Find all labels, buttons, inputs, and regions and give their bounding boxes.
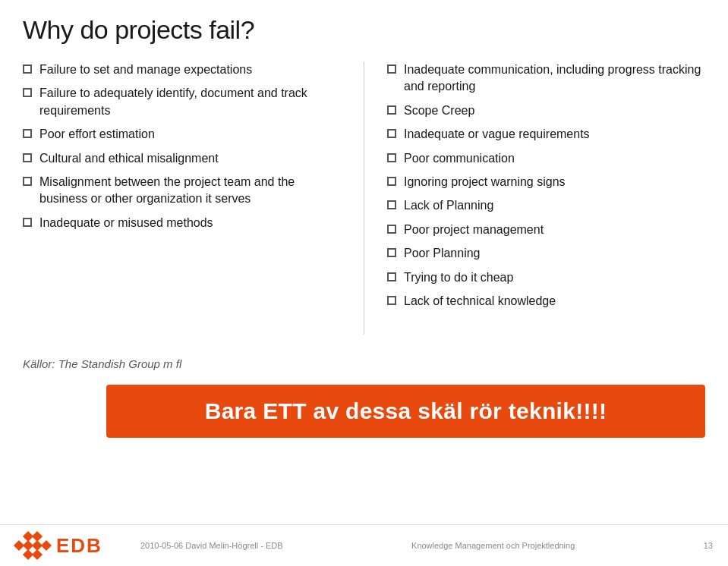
- bullet-text: Poor project management: [404, 222, 705, 238]
- footer-page-number: 13: [704, 541, 713, 550]
- bullet-text: Inadequate or misused methods: [39, 215, 341, 231]
- footer: EDB 2010-05-06 David Melin-Högrell - EDB…: [0, 524, 728, 566]
- edb-logo-text: EDB: [56, 534, 102, 558]
- bullet-text: Lack of Planning: [404, 197, 705, 214]
- banner-section: Bara ETT av dessa skäl rör teknik!!!!: [0, 385, 728, 438]
- bullet-text: Cultural and ethical misalignment: [39, 150, 341, 167]
- bullet-icon: [387, 153, 396, 162]
- list-item: Poor Planning: [387, 245, 705, 262]
- bullet-icon: [23, 177, 32, 186]
- bullet-icon: [23, 64, 32, 74]
- left-column: Failure to set and manage expectations F…: [23, 61, 341, 238]
- bullet-text: Failure to set and manage expectations: [39, 61, 341, 78]
- footer-subject: Knowledge Management och Projektledning: [283, 541, 704, 550]
- list-item: Failure to adequately identify, document…: [23, 85, 341, 119]
- orange-banner: Bara ETT av dessa skäl rör teknik!!!!: [106, 385, 705, 438]
- bullet-text: Poor effort estimation: [39, 126, 341, 143]
- footer-meta: 2010-05-06 David Melin-Högrell - EDB Kno…: [133, 541, 713, 550]
- bullet-text: Inadequate or vague requirements: [404, 126, 705, 143]
- list-item: Inadequate communication, including prog…: [387, 61, 705, 96]
- footer-logo: EDB: [15, 533, 102, 558]
- bullet-icon: [387, 129, 396, 138]
- bullet-text: Ignoring project warning signs: [404, 174, 705, 190]
- list-item: Failure to set and manage expectations: [23, 61, 341, 78]
- list-item: Cultural and ethical misalignment: [23, 150, 341, 167]
- bullet-icon: [387, 64, 396, 74]
- bullet-text: Inadequate communication, including prog…: [404, 61, 705, 96]
- bullet-icon: [387, 225, 396, 234]
- page-title: Why do projects fail?: [23, 15, 705, 45]
- right-column: Inadequate communication, including prog…: [387, 61, 705, 316]
- list-item: Ignoring project warning signs: [387, 174, 705, 190]
- list-item: Poor communication: [387, 150, 705, 167]
- sources-section: Källor: The Standish Group m fl: [0, 357, 728, 371]
- list-item: Lack of Planning: [387, 197, 705, 214]
- list-item: Scope Creep: [387, 102, 705, 119]
- edb-diamonds-icon: [15, 533, 50, 558]
- list-item: Inadequate or misused methods: [23, 215, 341, 231]
- bullet-icon: [23, 153, 32, 162]
- bullet-text: Misalignment between the project team an…: [39, 174, 341, 208]
- bullet-icon: [23, 218, 32, 227]
- list-item: Trying to do it cheap: [387, 269, 705, 286]
- sources-text: Källor: The Standish Group m fl: [23, 357, 181, 370]
- bullet-text: Lack of technical knowledge: [404, 293, 705, 310]
- bullet-icon: [387, 177, 396, 186]
- list-item: Lack of technical knowledge: [387, 293, 705, 310]
- bullet-text: Scope Creep: [404, 102, 705, 119]
- bullet-icon: [23, 129, 32, 138]
- column-divider: [364, 61, 364, 335]
- list-item: Poor effort estimation: [23, 126, 341, 143]
- footer-date-author: 2010-05-06 David Melin-Högrell - EDB: [133, 541, 283, 550]
- list-item: Misalignment between the project team an…: [23, 174, 341, 208]
- bullet-text: Poor communication: [404, 150, 705, 167]
- bullet-icon: [387, 272, 396, 281]
- bullet-text: Poor Planning: [404, 245, 705, 262]
- columns-wrapper: Failure to set and manage expectations F…: [23, 61, 705, 335]
- bullet-text: Failure to adequately identify, document…: [39, 85, 341, 119]
- main-content: Why do projects fail? Failure to set and…: [0, 0, 728, 335]
- bullet-icon: [387, 248, 396, 257]
- bullet-icon: [387, 105, 396, 115]
- list-item: Inadequate or vague requirements: [387, 126, 705, 143]
- bullet-text: Trying to do it cheap: [404, 269, 705, 286]
- list-item: Poor project management: [387, 222, 705, 238]
- bullet-icon: [23, 88, 32, 97]
- bullet-icon: [387, 200, 396, 209]
- bullet-icon: [387, 296, 396, 305]
